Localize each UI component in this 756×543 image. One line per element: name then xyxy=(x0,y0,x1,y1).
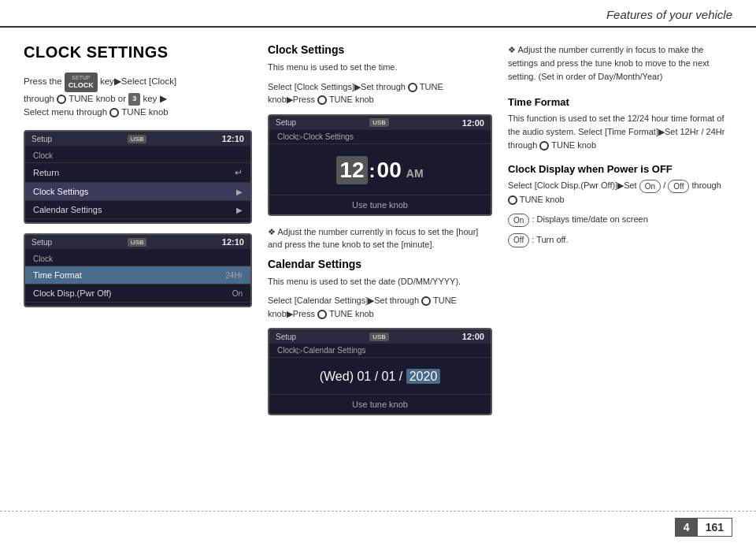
screen2-time: 12:10 xyxy=(222,237,244,247)
calendar-settings-body: This menu is used to set the date (DD/MM… xyxy=(268,275,492,288)
clock-time-display: 12 : 00 AM xyxy=(336,156,423,184)
clock-settings-instruction: Select [Clock Settings]▶Set through TUNE… xyxy=(268,80,492,106)
time-format-label: Time Format xyxy=(33,270,82,280)
time-format-body: This function is used to set the 12/24 h… xyxy=(508,112,732,152)
middle-column: Clock Settings This menu is used to set … xyxy=(268,43,492,425)
clock-settings-body: This menu is used to set the time. xyxy=(268,61,492,74)
clock-adjust-note: ❖ Adjust the number currently in focus t… xyxy=(268,225,492,251)
main-content: CLOCK SETTINGS Press the SETUPCLOCK key▶… xyxy=(0,28,756,441)
screen2-clock-disp: Clock Disp.(Pwr Off) On xyxy=(25,285,250,303)
screen2-label: Setup xyxy=(32,238,52,247)
clock-hour: 12 xyxy=(336,156,367,184)
screen1-time: 12:10 xyxy=(222,134,244,143)
cal-screen-label: Setup xyxy=(276,333,296,341)
tune-circle-cdo xyxy=(508,195,517,205)
clock-ampm: AM xyxy=(406,167,424,180)
time-format-value: 24Hr xyxy=(225,271,243,280)
screen1-usb: USB xyxy=(128,135,146,143)
clock-big-display: 12 : 00 AM xyxy=(269,144,491,188)
tune-circle-mid2 xyxy=(317,95,327,105)
cal-use-tune-text: Use tune knob xyxy=(269,394,491,414)
adjust-note-right: ❖ Adjust the number currently in focus t… xyxy=(508,43,732,84)
clock-screen-subtitle: Clock▷Clock Settings xyxy=(269,130,491,144)
page-section-number: 4 xyxy=(676,519,698,536)
on-badge-desc: On xyxy=(508,214,529,228)
cal-screen-time: 12:00 xyxy=(462,332,484,341)
time-format-heading: Time Format xyxy=(508,96,732,108)
clock-settings-heading: Clock Settings xyxy=(268,43,492,56)
intro-paragraph: Press the SETUPCLOCK key▶Select [Clock] … xyxy=(24,73,252,119)
clock-display-off-heading: Clock Display when Power is OFF xyxy=(508,163,732,175)
date-display: (Wed) 01 / 01 / 2020 xyxy=(269,358,491,388)
tune-knob-icon xyxy=(57,95,66,104)
on-badge: On xyxy=(639,180,661,194)
calendar-settings-arrow: ▶ xyxy=(236,206,243,214)
tune-circle-cal xyxy=(421,296,431,306)
tune-circle-tf xyxy=(539,141,549,151)
page-number: 161 xyxy=(698,519,732,536)
screen-mockup-1: Setup USB 12:10 Clock Return ↵ Clock Set… xyxy=(24,130,252,224)
right-column: ❖ Adjust the number currently in focus t… xyxy=(508,43,732,425)
page-number-box: 4 161 xyxy=(675,518,732,537)
header-title: Features of your vehicle xyxy=(606,8,732,21)
screen-mockup-2: Setup USB 12:10 Clock Time Format 24Hr C… xyxy=(24,233,252,307)
setup-key-badge: SETUPCLOCK xyxy=(65,73,98,92)
calendar-display-screen: Setup USB 12:00 Clock▷Calendar Settings … xyxy=(268,328,492,415)
off-description: Off : Turn off. xyxy=(508,233,732,247)
calendar-settings-instruction: Select [Calendar Settings]▶Set through T… xyxy=(268,294,492,320)
clock-disp-value: On xyxy=(232,289,243,298)
cal-screen-header: Setup USB 12:00 xyxy=(269,329,491,344)
clock-min: 00 xyxy=(377,158,402,183)
clock-screen-time: 12:00 xyxy=(462,118,484,128)
left-column: CLOCK SETTINGS Press the SETUPCLOCK key▶… xyxy=(24,43,252,425)
screen1-calendar-settings: Calendar Settings ▶ xyxy=(25,201,250,219)
date-year: 2020 xyxy=(406,369,441,384)
screen2-time-format: Time Format 24Hr xyxy=(25,266,250,285)
cal-screen-subtitle: Clock▷Calendar Settings xyxy=(269,344,491,358)
clock-display-off-instruction: Select [Clock Disp.(Pwr Off)]▶Set On / O… xyxy=(508,179,732,206)
key3-badge: 3 xyxy=(128,93,140,106)
screen1-clock-settings: Clock Settings ▶ xyxy=(25,183,250,201)
return-label: Return xyxy=(33,168,59,177)
return-icon: ↵ xyxy=(235,167,243,178)
tune-circle-mid xyxy=(408,83,417,92)
off-badge: Off xyxy=(668,180,689,194)
screen1-subtitle: Clock xyxy=(25,149,250,163)
screen2-body: Clock Time Format 24Hr Clock Disp.(Pwr O… xyxy=(25,249,250,306)
screen2-subtitle: Clock xyxy=(25,252,250,266)
page-footer: 4 161 xyxy=(0,511,756,543)
screen2-usb: USB xyxy=(128,238,146,247)
clock-settings-label: Clock Settings xyxy=(33,187,88,196)
page-header: Features of your vehicle xyxy=(0,0,756,28)
clock-colon: : xyxy=(369,160,376,182)
screen1-header: Setup USB 12:10 xyxy=(25,132,250,146)
tune-circle-cal2 xyxy=(317,310,327,319)
clock-settings-arrow: ▶ xyxy=(236,188,243,196)
calendar-settings-label: Calendar Settings xyxy=(33,205,102,214)
screen1-return: Return ↵ xyxy=(25,163,250,183)
clock-disp-label: Clock Disp.(Pwr Off) xyxy=(33,288,111,298)
screen1-label: Setup xyxy=(32,135,52,143)
clock-screen-label: Setup xyxy=(276,118,296,127)
clock-display-screen: Setup USB 12:00 Clock▷Clock Settings 12 … xyxy=(268,114,492,216)
tune-knob-icon2 xyxy=(109,108,119,117)
use-tune-text: Use tune knob xyxy=(269,195,491,214)
clock-settings-title: CLOCK SETTINGS xyxy=(24,43,252,61)
clock-screen-header: Setup USB 12:00 xyxy=(269,116,491,130)
on-description: On : Displays time/date on screen xyxy=(508,213,732,227)
cal-screen-usb: USB xyxy=(369,333,388,341)
screen2-header: Setup USB 12:10 xyxy=(25,235,250,249)
off-badge-desc: Off xyxy=(508,233,529,247)
clock-screen-usb: USB xyxy=(369,118,388,127)
screen1-body: Clock Return ↵ Clock Settings ▶ Calendar… xyxy=(25,146,250,222)
calendar-settings-heading: Calendar Settings xyxy=(268,258,492,270)
